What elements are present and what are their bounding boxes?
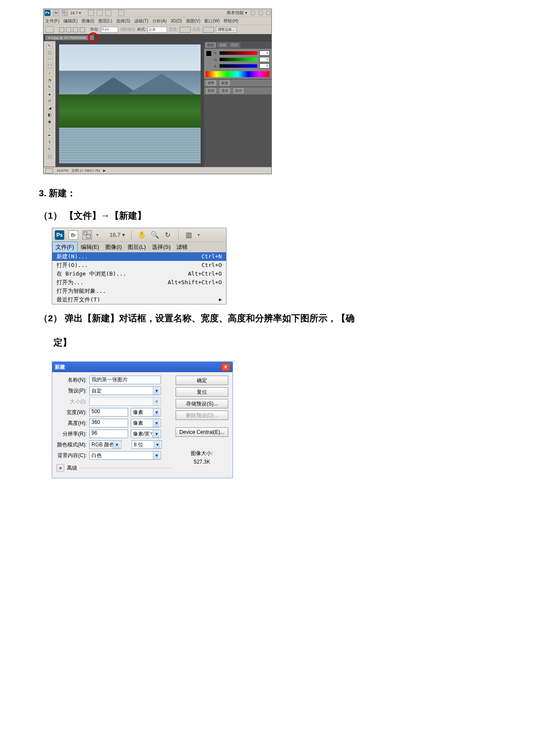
menu-layer[interactable]: 图层(L) — [125, 242, 149, 252]
zoom-icon[interactable] — [97, 10, 103, 16]
menu-help[interactable]: 帮助(H) — [223, 18, 238, 24]
intersect-sel-icon[interactable] — [80, 27, 85, 32]
workspace-dropdown[interactable]: 基本功能 ▾ — [227, 10, 247, 16]
status-zoom[interactable]: 16.67% — [57, 169, 68, 173]
b-value[interactable]: 0 — [259, 63, 270, 69]
menu-layer[interactable]: 图层(L) — [98, 18, 112, 24]
tool-preset[interactable] — [45, 26, 54, 33]
path-select-tool[interactable]: ↖ — [46, 146, 53, 152]
menu-window[interactable]: 窗口(W) — [204, 18, 220, 24]
tab-layer[interactable]: 图层 — [206, 88, 216, 94]
hand-icon[interactable] — [88, 10, 94, 16]
healing-tool[interactable]: ◔ — [46, 77, 53, 83]
crop-tool[interactable]: ⛶ — [46, 63, 53, 69]
foreground-swatch[interactable] — [206, 50, 212, 56]
status-arrow[interactable]: ▶ — [103, 169, 106, 173]
refine-edge-btn[interactable]: 调整边缘... — [216, 27, 237, 33]
g-value[interactable]: 0 — [259, 57, 270, 62]
menu-file[interactable]: 文件(F) — [45, 18, 60, 24]
minimize-btn[interactable] — [251, 11, 255, 15]
style-select[interactable]: 正常 — [148, 27, 167, 33]
menu-filter[interactable]: 滤镜(T) — [134, 18, 148, 24]
menu-edit[interactable]: 编辑(E) — [63, 18, 78, 24]
feather-input[interactable]: 0 px — [101, 27, 118, 33]
layout-caret-icon[interactable]: ▾ — [96, 232, 98, 237]
select-bits[interactable]: 8 位 — [132, 440, 162, 449]
add-sel-icon[interactable] — [66, 27, 71, 32]
sub-sel-icon[interactable] — [73, 27, 78, 32]
document-tab[interactable]: 4-3.jpg @ 16.7%(RGB/8) × — [45, 35, 94, 40]
eyedropper-tool[interactable]: / — [46, 70, 53, 76]
gradient-tool[interactable]: ◧ — [46, 112, 53, 118]
menu-view[interactable]: 视图(V) — [186, 18, 200, 24]
bridge-icon[interactable]: Br — [69, 230, 78, 240]
select-width-unit[interactable]: 像素 — [131, 408, 161, 417]
rotate-icon[interactable]: ↻ — [164, 231, 172, 239]
blur-tool[interactable]: ◉ — [46, 119, 53, 125]
input-name[interactable]: 我的第一张图片 — [89, 376, 161, 384]
bridge-icon[interactable]: Br — [53, 10, 59, 16]
input-width[interactable]: 500 — [89, 408, 128, 417]
zoom-dropdown[interactable]: 16.7 ▾ — [70, 11, 81, 15]
zoom-icon[interactable]: 🔍 — [151, 231, 159, 239]
hand-icon[interactable]: ✋ — [138, 231, 146, 239]
save-preset-button[interactable]: 存储预设(S)... — [176, 399, 228, 408]
select-mode[interactable]: RGB 颜色 — [89, 440, 121, 449]
menu-item-new[interactable]: 新建(N)... Ctrl+N — [52, 252, 226, 261]
select-res-unit[interactable]: 像素/英寸 — [131, 430, 161, 438]
pen-tool[interactable]: ✒ — [46, 132, 53, 138]
menu-filter[interactable]: 滤镜 — [173, 242, 191, 252]
menu-item-openas[interactable]: 打开为... Alt+Shift+Ctrl+O — [52, 278, 226, 287]
tab-path[interactable]: 路径 — [233, 88, 244, 94]
move-tool[interactable]: ↖ — [46, 43, 53, 49]
g-slider[interactable] — [220, 58, 257, 61]
select-bg[interactable]: 白色 — [89, 451, 161, 460]
shape-tool[interactable]: ▢ — [46, 153, 53, 159]
layout-icon[interactable] — [82, 230, 92, 240]
input-res[interactable]: 96 — [89, 430, 128, 438]
menu-3d[interactable]: 3D(D) — [170, 19, 182, 23]
tab-adjust[interactable]: 调整 — [206, 80, 216, 86]
new-sel-icon[interactable] — [59, 27, 64, 32]
input-height[interactable]: 360 — [89, 419, 128, 427]
menu-item-recent[interactable]: 最近打开文件(T) ▶ — [52, 295, 226, 304]
menu-file[interactable]: 文件(F) — [52, 242, 78, 253]
menu-image[interactable]: 图像(I) — [82, 18, 94, 24]
tab-mask[interactable]: 蒙版 — [220, 80, 230, 86]
screen-mode-icon[interactable]: ▥ — [185, 231, 193, 239]
menu-select[interactable]: 选择(S) — [149, 242, 173, 252]
screen-mode-caret[interactable]: ▾ — [198, 232, 200, 237]
dodge-tool[interactable]: ○ — [46, 125, 53, 132]
marquee-tool[interactable]: ▢ — [46, 50, 53, 56]
tab-channel[interactable]: 通道 — [220, 88, 230, 94]
eraser-tool[interactable]: ◢ — [46, 105, 53, 111]
reset-button[interactable]: 复位 — [176, 387, 228, 397]
menu-analysis[interactable]: 分析(A) — [152, 18, 167, 24]
device-central-button[interactable]: Device Central(E)... — [176, 427, 228, 437]
rotate-icon[interactable] — [105, 10, 111, 16]
menu-edit[interactable]: 编辑(E) — [78, 242, 102, 252]
r-slider[interactable] — [220, 51, 257, 55]
spectrum-slider[interactable] — [206, 71, 270, 77]
menu-item-open[interactable]: 打开(O)... Ctrl+O — [52, 261, 226, 270]
menu-item-bridge[interactable]: 在 Bridge 中浏览(B)... Alt+Ctrl+O — [52, 270, 226, 278]
adv-toggle-icon[interactable]: » — [57, 464, 64, 472]
menu-select[interactable]: 选择(S) — [116, 18, 130, 24]
menu-image[interactable]: 图像(I) — [102, 242, 125, 252]
b-slider[interactable] — [220, 64, 257, 68]
clone-tool[interactable]: ▲ — [46, 91, 53, 97]
select-preset[interactable]: 自定 — [89, 386, 161, 395]
tab-swatch[interactable]: 色板 — [217, 42, 228, 48]
tab-style[interactable]: 样式 — [229, 42, 240, 48]
maximize-btn[interactable] — [258, 11, 263, 15]
tab-color[interactable]: 颜色 — [205, 42, 216, 48]
label-adv[interactable]: 高级 — [67, 464, 77, 472]
close-btn[interactable] — [266, 11, 271, 15]
zoom-dropdown[interactable]: 16.7 ▾ — [110, 232, 125, 238]
select-height-unit[interactable]: 像素 — [131, 419, 161, 427]
ok-button[interactable]: 确定 — [176, 376, 228, 385]
dialog-close-btn[interactable]: × — [221, 363, 230, 371]
menu-item-smart[interactable]: 打开为智能对象... — [52, 287, 226, 295]
type-tool[interactable]: T — [46, 139, 53, 145]
lasso-tool[interactable]: ◠ — [46, 56, 53, 63]
